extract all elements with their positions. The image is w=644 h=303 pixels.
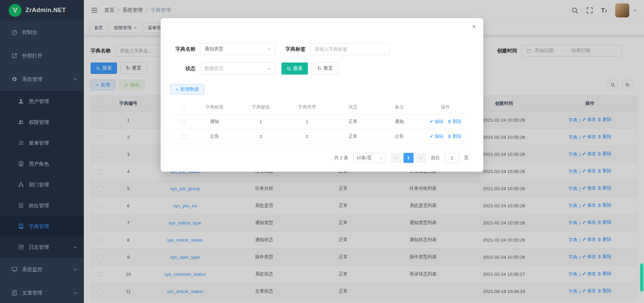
chevron-down-icon <box>267 48 271 50</box>
cell-dict-value: 1 <box>238 114 284 129</box>
status-select-placeholder: 数据状态 <box>205 66 223 72</box>
pagination-total: 共 2 条 <box>334 155 348 161</box>
op-delete-link[interactable]: 删除 <box>447 133 462 139</box>
header-status: 状态 <box>330 100 376 114</box>
dialog-dict-label-label: 字典标签 <box>280 46 306 52</box>
page-size-value: 10条/页 <box>357 155 372 161</box>
chevron-down-icon <box>267 68 271 70</box>
op-edit-link[interactable]: 编辑 <box>429 133 443 139</box>
header-remark: 备注 <box>376 100 423 114</box>
page-size-select[interactable]: 10条/页 <box>353 153 386 163</box>
dialog-dict-name-label: 字典名称 <box>170 46 196 52</box>
cell-status: 正常 <box>330 129 376 144</box>
cell-remark: 通知 <box>376 114 423 129</box>
pagination: 共 2 条 10条/页 ‹ 1 › 前往 页 <box>175 153 469 163</box>
dialog-filter-form: 字典名称 通知类型 字典标签 状态 数据状态 搜索 ↻ 重置 <box>170 43 474 75</box>
row-checkbox[interactable] <box>181 134 186 139</box>
dialog-reset-label: 重置 <box>324 66 333 72</box>
cell-dict-label: 公告 <box>192 129 238 144</box>
add-data-label: 新增数据 <box>180 86 199 92</box>
next-page-button[interactable]: › <box>416 153 426 163</box>
dialog-table-header-row: 字典标签 字典键值 字典排序 状态 备注 操作 <box>175 100 469 114</box>
op-edit-link[interactable]: 编辑 <box>429 119 443 125</box>
goto-page-input[interactable] <box>445 153 460 163</box>
pager: ‹ 1 › <box>391 153 426 163</box>
op-delete-link[interactable]: 删除 <box>447 119 462 125</box>
close-icon[interactable]: × <box>472 23 476 30</box>
plus-icon: + <box>175 87 178 92</box>
dialog-search-button[interactable]: 搜索 <box>281 62 308 75</box>
cell-dict-value: 2 <box>238 129 284 144</box>
dict-label-input[interactable] <box>310 43 390 55</box>
dict-data-dialog: × 字典名称 通知类型 字典标签 状态 数据状态 搜索 ↻ <box>161 18 483 172</box>
scrollbar-thumb[interactable] <box>640 263 643 292</box>
select-all-checkbox[interactable] <box>181 105 186 110</box>
dialog-search-label: 搜索 <box>293 66 303 72</box>
dialog-table-row: 通知 1 1 正常 通知 编辑 删除 <box>175 114 469 129</box>
dict-name-select-value: 通知类型 <box>205 46 223 52</box>
dict-name-select[interactable]: 通知类型 <box>200 43 275 55</box>
refresh-icon: ↻ <box>317 66 322 71</box>
page-number-1[interactable]: 1 <box>404 153 414 163</box>
header-dict-sort: 字典排序 <box>284 100 330 114</box>
cell-dict-sort: 1 <box>284 114 330 129</box>
dialog-status-label: 状态 <box>170 66 196 72</box>
goto-label: 前往 <box>431 155 440 161</box>
page-unit-label: 页 <box>464 155 469 161</box>
dict-data-table: 字典标签 字典键值 字典排序 状态 备注 操作 通知 1 1 正常 <box>175 100 469 144</box>
cell-dict-sort: 2 <box>284 129 330 144</box>
cell-dict-label: 通知 <box>192 114 238 129</box>
chevron-down-icon <box>379 157 383 159</box>
status-select[interactable]: 数据状态 <box>200 62 275 75</box>
dialog-table-body: 通知 1 1 正常 通知 编辑 删除 公告 2 <box>175 114 469 144</box>
cell-remark: 公告 <box>376 129 423 144</box>
header-operations: 操作 <box>422 100 469 114</box>
header-dict-label: 字典标签 <box>192 100 238 114</box>
add-data-button[interactable]: + 新增数据 <box>170 84 204 95</box>
row-checkbox[interactable] <box>181 120 186 124</box>
dialog-table-wrap: 字典标签 字典键值 字典排序 状态 备注 操作 通知 1 1 正常 <box>175 100 469 144</box>
prev-page-button[interactable]: ‹ <box>391 153 401 163</box>
dialog-table-row: 公告 2 2 正常 公告 编辑 删除 <box>175 129 469 144</box>
header-dict-value: 字典键值 <box>238 100 284 114</box>
dialog-reset-button[interactable]: ↻ 重置 <box>312 62 338 75</box>
cell-status: 正常 <box>330 114 376 129</box>
